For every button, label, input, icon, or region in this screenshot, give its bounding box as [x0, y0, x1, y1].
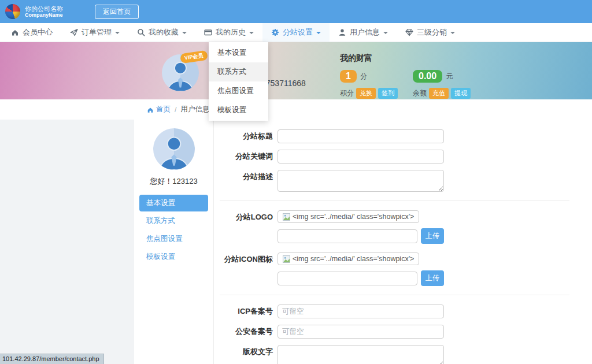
- section-divider: [220, 295, 569, 295]
- gem-icon: [405, 28, 413, 36]
- dropdown-item-contact[interactable]: 联系方式: [209, 62, 268, 81]
- chevron-down-icon: [249, 32, 254, 34]
- nav-item-label: 三级分销: [417, 27, 447, 38]
- nav-item-label: 我的收藏: [149, 27, 179, 38]
- nav-item-label: 会员中心: [23, 27, 53, 38]
- nav-item-distribution[interactable]: 三级分销: [397, 23, 464, 42]
- main-area: 您好！123123 基本设置 联系方式 焦点图设置 模板设置 分站标题 分站关键…: [0, 120, 592, 364]
- withdraw-button[interactable]: 提现: [451, 88, 471, 99]
- points-label: 积分: [340, 88, 354, 98]
- balance-unit: 元: [446, 72, 453, 81]
- basic-settings-form: 分站标题 分站关键词 分站描述 分站LOGO <img src='../medi…: [214, 120, 592, 364]
- dropdown-item-template[interactable]: 模板设置: [209, 101, 268, 120]
- profile-banner: VIP会员 3753711668 我的财富 1 分 积分 兑换 签到 0.00 …: [0, 42, 592, 99]
- home-icon: [147, 106, 154, 113]
- site-desc-label: 分站描述: [220, 170, 278, 184]
- link-status-bar: 101.42.29.87/member/contact.php: [0, 354, 104, 364]
- site-logo-label: 分站LOGO: [220, 210, 278, 224]
- site-icon-upload-group: 上传: [278, 270, 444, 286]
- site-desc-textarea[interactable]: [278, 170, 444, 192]
- balance-value: 0.00: [413, 70, 442, 83]
- sidebar-item-template[interactable]: 模板设置: [139, 248, 208, 265]
- company-name-en: CompanyName: [25, 12, 63, 18]
- company-name: 你的公司名称: [25, 5, 63, 13]
- chevron-down-icon: [182, 32, 187, 34]
- wealth-panel: 我的财富 1 分 积分 兑换 签到 0.00 元 余额: [340, 53, 471, 99]
- site-icon-preview: <img src='../media/' class='showpicx'>: [278, 252, 419, 265]
- company-logo: [5, 4, 20, 19]
- breadcrumb-home-link[interactable]: 首页: [147, 105, 171, 114]
- copyright-label: 版权文字: [220, 345, 278, 359]
- home-icon: [11, 28, 19, 36]
- paper-plane-icon: [70, 28, 78, 36]
- search-icon: [137, 28, 145, 36]
- site-keywords-label: 分站关键词: [220, 150, 278, 164]
- balance-block: 0.00 元 余额 充值 提现: [413, 70, 471, 99]
- site-settings-dropdown: 基本设置 联系方式 焦点图设置 模板设置: [209, 42, 268, 121]
- content-card: 您好！123123 基本设置 联系方式 焦点图设置 模板设置 分站标题 分站关键…: [134, 120, 592, 364]
- section-divider: [220, 200, 569, 201]
- chevron-down-icon: [115, 32, 120, 34]
- points-unit: 分: [360, 72, 367, 81]
- icp-label: ICP备案号: [220, 304, 278, 318]
- icp-input[interactable]: [278, 304, 444, 318]
- credit-card-icon: [204, 28, 212, 36]
- points-block: 1 分 积分 兑换 签到: [340, 70, 398, 99]
- site-icon-label: 分站ICON图标: [220, 252, 278, 266]
- top-bar: 你的公司名称 CompanyName 返回首页: [0, 0, 592, 23]
- chevron-down-icon: [383, 32, 388, 34]
- exchange-button[interactable]: 兑换: [356, 88, 376, 99]
- site-keywords-input[interactable]: [278, 150, 444, 164]
- site-logo-upload-button[interactable]: 上传: [421, 228, 444, 244]
- copyright-textarea[interactable]: [278, 345, 444, 364]
- sidebar-avatar: [153, 128, 195, 170]
- dropdown-item-focus-image[interactable]: 焦点图设置: [209, 81, 268, 101]
- recharge-button[interactable]: 充值: [429, 88, 449, 99]
- points-value: 1: [340, 70, 357, 83]
- site-logo-preview: <img src='../media/' class='showpicx'>: [278, 210, 419, 223]
- sidebar-item-focus-image[interactable]: 焦点图设置: [139, 231, 208, 247]
- sidebar-item-contact[interactable]: 联系方式: [139, 213, 208, 229]
- police-record-input[interactable]: [278, 325, 444, 339]
- nav-item-user-info[interactable]: 用户信息: [330, 23, 397, 42]
- checkin-button[interactable]: 签到: [378, 88, 398, 99]
- gear-icon: [271, 28, 279, 36]
- site-logo-broken-text: <img src='../media/' class='showpicx'>: [293, 213, 414, 221]
- left-gutter: [0, 120, 134, 364]
- nav-item-label: 我的历史: [216, 27, 246, 38]
- wealth-title: 我的财富: [340, 53, 471, 64]
- broken-image-icon: [283, 213, 290, 221]
- nav-item-label: 订单管理: [82, 27, 112, 38]
- site-title-input[interactable]: [278, 129, 444, 143]
- dropdown-item-basic-settings[interactable]: 基本设置: [209, 43, 268, 62]
- nav-item-my-history[interactable]: 我的历史: [195, 23, 262, 42]
- company-name-block: 你的公司名称 CompanyName: [25, 5, 63, 18]
- breadcrumb-separator: /: [175, 106, 176, 114]
- banner-avatar: VIP会员: [162, 54, 199, 91]
- site-icon-broken-text: <img src='../media/' class='showpicx'>: [293, 255, 414, 263]
- sidebar-item-basic-settings[interactable]: 基本设置: [139, 195, 208, 211]
- main-nav: 会员中心 订单管理 我的收藏 我的历史 分站设置 用户信息 三级分销: [0, 23, 592, 42]
- broken-image-icon: [283, 255, 290, 263]
- nav-item-label: 分站设置: [283, 27, 313, 38]
- site-icon-upload-button[interactable]: 上传: [421, 270, 444, 286]
- nav-item-label: 用户信息: [350, 27, 380, 38]
- vip-badge: VIP会员: [180, 50, 208, 64]
- breadcrumb-home-label: 首页: [156, 105, 171, 114]
- back-home-button[interactable]: 返回首页: [95, 5, 139, 19]
- chevron-down-icon: [316, 32, 321, 34]
- site-logo-file-input[interactable]: [278, 229, 417, 243]
- site-icon-file-input[interactable]: [278, 272, 417, 285]
- breadcrumb: 首页 / 用户信息 / 基本设置: [0, 99, 592, 120]
- site-title-label: 分站标题: [220, 129, 278, 143]
- balance-label: 余额: [413, 88, 427, 98]
- nav-item-site-settings[interactable]: 分站设置: [262, 23, 330, 42]
- nav-item-my-favorites[interactable]: 我的收藏: [128, 23, 195, 42]
- breadcrumb-item-user-info: 用户信息: [180, 105, 209, 114]
- nav-item-order-management[interactable]: 订单管理: [61, 23, 128, 42]
- user-greeting: 您好！123123: [134, 176, 213, 187]
- chevron-down-icon: [450, 32, 455, 34]
- settings-sidebar: 您好！123123 基本设置 联系方式 焦点图设置 模板设置: [134, 120, 214, 364]
- site-logo-upload-group: 上传: [278, 228, 444, 244]
- nav-item-member-center[interactable]: 会员中心: [2, 23, 61, 42]
